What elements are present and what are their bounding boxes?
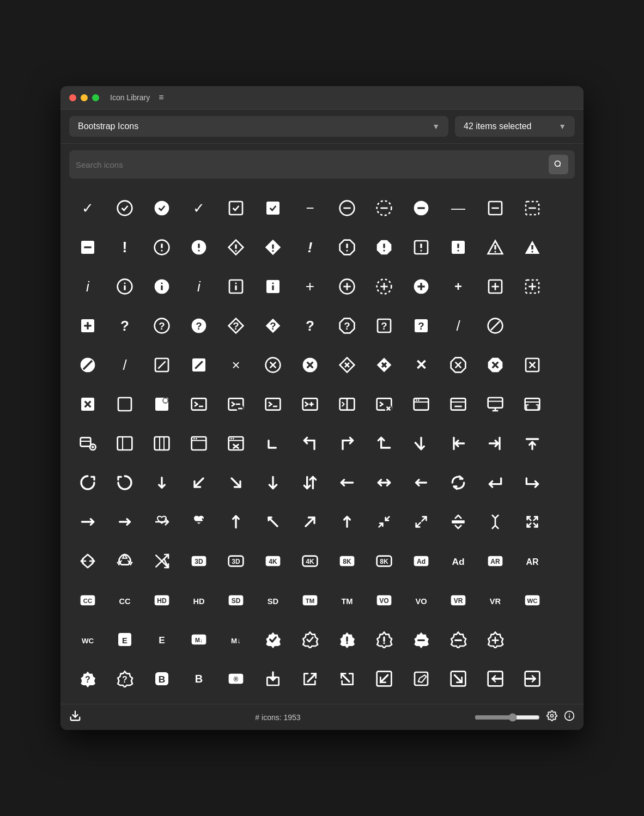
badge-8k-fill-icon[interactable]: 8K <box>329 543 366 580</box>
arrow-up-icon[interactable] <box>217 503 254 540</box>
info-icon[interactable]: i <box>69 268 106 305</box>
arrow-90deg-up-icon[interactable] <box>366 425 403 462</box>
badge-cc-fill-icon[interactable]: CC <box>69 582 106 619</box>
exclamation-circle-outline-icon[interactable] <box>143 229 180 266</box>
arrow-return-right-icon[interactable] <box>514 464 551 501</box>
question-circle-outline-icon[interactable]: ? <box>143 307 180 344</box>
plus-icon[interactable]: + <box>291 268 329 305</box>
arrow-return-left-icon[interactable] <box>477 464 514 501</box>
info-square-outline-icon[interactable] <box>217 268 254 305</box>
arrow-repeat-icon[interactable] <box>440 464 477 501</box>
selection-dropdown[interactable]: 42 items selected ▼ <box>455 116 575 137</box>
arrow-down-short-icon[interactable] <box>143 464 180 501</box>
recycle-icon[interactable] <box>106 543 143 580</box>
dash-icon[interactable]: − <box>291 190 329 227</box>
slash-lg-icon[interactable]: / <box>106 346 143 383</box>
badge-3d-icon[interactable]: 3D <box>217 543 254 580</box>
arrow-bar-left-icon[interactable] <box>440 425 477 462</box>
arrow-through-heart-icon[interactable] <box>143 503 180 540</box>
exclamation-circle-fill-icon[interactable] <box>180 229 217 266</box>
patch-plus-fill-icon[interactable] <box>477 621 514 658</box>
box-arrow-in-down-right-icon[interactable] <box>440 660 477 697</box>
plus-circle-dotted-icon[interactable] <box>366 268 403 305</box>
badge-ar-icon[interactable]: AR <box>514 543 551 580</box>
arrow-down-up-icon[interactable] <box>291 464 329 501</box>
x-octagon-fill-icon[interactable] <box>477 346 514 383</box>
box-arrow-up-left-icon[interactable] <box>291 660 329 697</box>
exclamation-diamond-fill-icon[interactable] <box>254 229 291 266</box>
check-circle-fill-icon[interactable] <box>143 190 180 227</box>
patch-minus-icon[interactable] <box>440 621 477 658</box>
arrow-left-right-icon[interactable] <box>366 464 403 501</box>
dash-circle-fill-icon[interactable] <box>403 190 440 227</box>
badge-3d-fill-icon[interactable]: 3D <box>180 543 217 580</box>
info-circle-outline-icon[interactable] <box>106 268 143 305</box>
dash-circle-dotted-icon[interactable] <box>366 190 403 227</box>
arrows-expand-icon[interactable] <box>477 503 514 540</box>
window-dash-icon[interactable] <box>440 386 477 423</box>
registered-fill-icon[interactable]: ® <box>217 660 254 697</box>
badge-sd-icon[interactable]: SD <box>254 582 291 619</box>
browser-icon[interactable] <box>180 425 217 462</box>
x-diamond-fill-icon[interactable] <box>366 346 403 383</box>
arrow-up-right-icon[interactable] <box>291 503 329 540</box>
arrow-90deg-right-icon[interactable] <box>329 425 366 462</box>
settings-icon[interactable] <box>546 710 557 724</box>
pencil-square-icon[interactable] <box>403 660 440 697</box>
patch-question-icon[interactable]: ? <box>106 660 143 697</box>
dash-square-fill-icon[interactable] <box>69 229 106 266</box>
terminal-plus-icon[interactable] <box>291 386 329 423</box>
exclamation-icon[interactable]: ! <box>106 229 143 266</box>
dash-square-dotted-icon[interactable] <box>514 190 551 227</box>
box-arrow-in-right-icon[interactable] <box>514 660 551 697</box>
slash-square-outline-icon[interactable] <box>143 346 180 383</box>
arrow-clockwise-icon[interactable] <box>69 464 106 501</box>
plus-square-dotted-icon[interactable] <box>514 268 551 305</box>
badge-wc-icon[interactable]: WC <box>69 621 106 658</box>
markdown-fill-icon[interactable]: M↓ <box>180 621 217 658</box>
arrows-collapse-icon[interactable] <box>440 503 477 540</box>
exclamation-triangle-outline-icon[interactable] <box>477 229 514 266</box>
window-plus-icon[interactable] <box>69 425 106 462</box>
dash-lg-icon[interactable]: — <box>440 190 477 227</box>
x-circle-outline-icon[interactable] <box>254 346 291 383</box>
question-square-fill-icon[interactable]: ? <box>403 307 440 344</box>
badge-tm-icon[interactable]: TM <box>329 582 366 619</box>
terminal-minus-icon[interactable] <box>254 386 291 423</box>
search-button[interactable] <box>549 155 568 174</box>
plus-square-outline-icon[interactable] <box>477 268 514 305</box>
browser-x-icon[interactable] <box>217 425 254 462</box>
arrow-down-right-icon[interactable] <box>217 464 254 501</box>
exclamation-square-fill-icon[interactable] <box>440 229 477 266</box>
exclamation-octagon-outline-icon[interactable] <box>329 229 366 266</box>
check-circle-outline-icon[interactable] <box>106 190 143 227</box>
arrow-right-short-icon[interactable] <box>106 503 143 540</box>
slash-circle-outline-icon[interactable] <box>477 307 514 344</box>
patch-minus-fill-icon[interactable] <box>403 621 440 658</box>
plus-lg-icon[interactable]: + <box>440 268 477 305</box>
square-fill-icon[interactable] <box>143 386 180 423</box>
arrow-down-left-icon[interactable] <box>254 425 291 462</box>
question-octagon-outline-icon[interactable]: ? <box>329 307 366 344</box>
badge-tm-fill-icon[interactable]: TM <box>291 582 329 619</box>
badge-cc-icon[interactable]: CC <box>106 582 143 619</box>
patch-check-fill-icon[interactable] <box>254 621 291 658</box>
info-circle-fill-icon[interactable] <box>143 268 180 305</box>
plus-circle-fill-icon[interactable] <box>403 268 440 305</box>
square-icon[interactable] <box>106 386 143 423</box>
bootstrap-icon[interactable]: B <box>180 660 217 697</box>
patch-exclamation-icon[interactable] <box>366 621 403 658</box>
check-lg-icon[interactable]: ✓ <box>180 190 217 227</box>
download-icon[interactable] <box>69 710 81 724</box>
info-lg-icon[interactable]: i <box>180 268 217 305</box>
badge-e-fill-icon[interactable]: E <box>106 621 143 658</box>
arrow-through-heart-fill-icon[interactable] <box>180 503 217 540</box>
question-diamond-fill-icon[interactable]: ? <box>254 307 291 344</box>
slash-square-fill-icon[interactable] <box>180 346 217 383</box>
info-status-icon[interactable] <box>564 710 575 724</box>
plus-square-fill-icon[interactable] <box>69 307 106 344</box>
x-octagon-outline-icon[interactable] <box>440 346 477 383</box>
maximize-button[interactable] <box>92 94 99 101</box>
x-square-outline-icon[interactable] <box>514 346 551 383</box>
plus-circle-outline-icon[interactable] <box>329 268 366 305</box>
